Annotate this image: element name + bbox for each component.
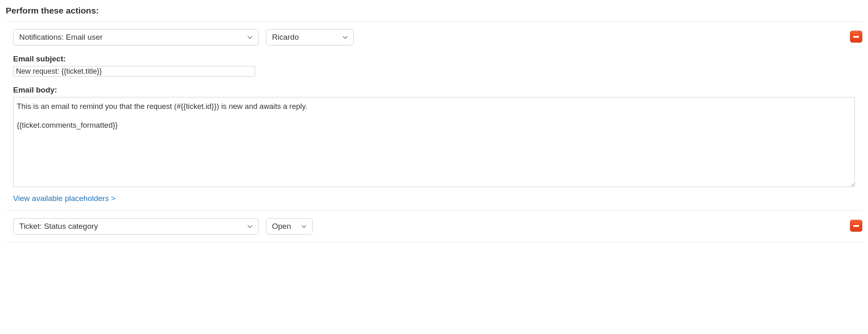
- email-subject-input[interactable]: [13, 66, 255, 77]
- minus-icon: [853, 225, 859, 227]
- action2-value: Open: [266, 222, 312, 231]
- action2-selects-row: Ticket: Status category Open: [6, 218, 862, 235]
- action-user-value: Ricardo: [266, 33, 353, 42]
- action-block-status: Ticket: Status category Open: [6, 211, 862, 242]
- divider-bottom: [6, 242, 862, 242]
- section-title: Perform these actions:: [6, 6, 862, 16]
- action2-type-select[interactable]: Ticket: Status category: [13, 218, 259, 235]
- action-type-value: Notifications: Email user: [13, 33, 258, 42]
- minus-icon: [853, 36, 859, 38]
- action-block-email: Notifications: Email user Ricardo Email …: [6, 22, 862, 203]
- remove-action-button[interactable]: [850, 220, 862, 232]
- view-placeholders-link[interactable]: View available placeholders >: [13, 194, 116, 203]
- email-body-textarea[interactable]: [13, 97, 855, 187]
- action2-value-select[interactable]: Open: [266, 218, 313, 235]
- email-body-label: Email body:: [6, 86, 862, 95]
- email-subject-label: Email subject:: [6, 54, 862, 63]
- action-type-select[interactable]: Notifications: Email user: [13, 29, 259, 45]
- action2-type-value: Ticket: Status category: [13, 222, 258, 231]
- action-selects-row: Notifications: Email user Ricardo: [6, 29, 862, 45]
- action-user-select[interactable]: Ricardo: [266, 29, 354, 45]
- remove-action-button[interactable]: [850, 31, 862, 43]
